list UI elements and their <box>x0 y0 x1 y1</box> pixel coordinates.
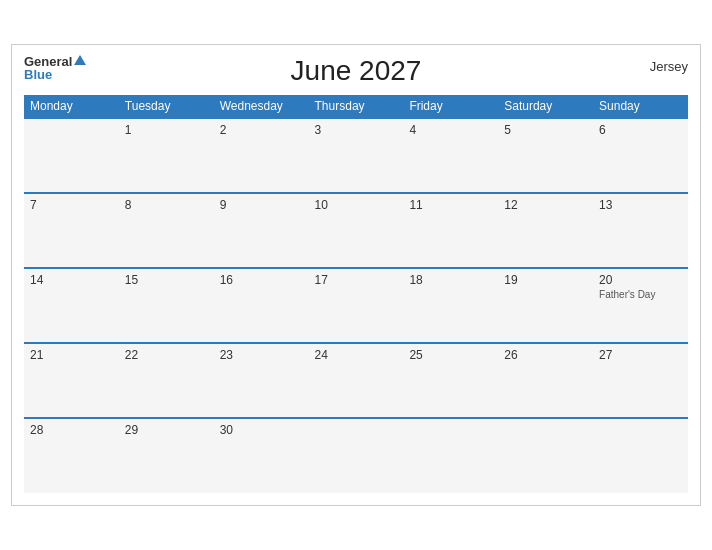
day-number: 12 <box>504 198 587 212</box>
day-number: 6 <box>599 123 682 137</box>
header-cell-monday: Monday <box>24 95 119 118</box>
day-number: 7 <box>30 198 113 212</box>
calendar-cell-w2-d3: 17 <box>309 268 404 343</box>
calendar-cell-w4-d5 <box>498 418 593 493</box>
day-number: 20 <box>599 273 682 287</box>
day-number: 19 <box>504 273 587 287</box>
day-number: 5 <box>504 123 587 137</box>
calendar-cell-w1-d6: 13 <box>593 193 688 268</box>
calendar-week-row-4: 282930 <box>24 418 688 493</box>
calendar-cell-w3-d3: 24 <box>309 343 404 418</box>
calendar-region: Jersey <box>650 59 688 74</box>
day-number: 9 <box>220 198 303 212</box>
header-cell-sunday: Sunday <box>593 95 688 118</box>
calendar-cell-w4-d3 <box>309 418 404 493</box>
day-number: 28 <box>30 423 113 437</box>
day-number: 30 <box>220 423 303 437</box>
header-cell-tuesday: Tuesday <box>119 95 214 118</box>
day-number: 17 <box>315 273 398 287</box>
header-cell-saturday: Saturday <box>498 95 593 118</box>
calendar-week-row-3: 21222324252627 <box>24 343 688 418</box>
day-number: 26 <box>504 348 587 362</box>
header-cell-friday: Friday <box>403 95 498 118</box>
day-number: 27 <box>599 348 682 362</box>
calendar-cell-w0-d5: 5 <box>498 118 593 193</box>
calendar-cell-w3-d0: 21 <box>24 343 119 418</box>
day-event: Father's Day <box>599 289 682 300</box>
calendar-cell-w1-d4: 11 <box>403 193 498 268</box>
day-number: 22 <box>125 348 208 362</box>
calendar-cell-w3-d4: 25 <box>403 343 498 418</box>
day-number: 15 <box>125 273 208 287</box>
calendar-cell-w4-d0: 28 <box>24 418 119 493</box>
calendar-wrapper: General Blue June 2027 Jersey MondayTues… <box>11 44 701 506</box>
day-number: 8 <box>125 198 208 212</box>
day-number: 21 <box>30 348 113 362</box>
calendar-thead: MondayTuesdayWednesdayThursdayFridaySatu… <box>24 95 688 118</box>
logo-blue-text: Blue <box>24 68 86 81</box>
calendar-cell-w3-d6: 27 <box>593 343 688 418</box>
header-cell-thursday: Thursday <box>309 95 404 118</box>
calendar-cell-w4-d6 <box>593 418 688 493</box>
day-number: 11 <box>409 198 492 212</box>
calendar-header: General Blue June 2027 Jersey <box>24 55 688 87</box>
calendar-cell-w0-d0 <box>24 118 119 193</box>
calendar-cell-w2-d4: 18 <box>403 268 498 343</box>
day-number: 3 <box>315 123 398 137</box>
day-number: 16 <box>220 273 303 287</box>
calendar-cell-w1-d0: 7 <box>24 193 119 268</box>
calendar-cell-w3-d2: 23 <box>214 343 309 418</box>
day-number: 24 <box>315 348 398 362</box>
calendar-cell-w4-d2: 30 <box>214 418 309 493</box>
day-number: 2 <box>220 123 303 137</box>
day-number: 29 <box>125 423 208 437</box>
day-number: 23 <box>220 348 303 362</box>
calendar-cell-w3-d1: 22 <box>119 343 214 418</box>
calendar-cell-w3-d5: 26 <box>498 343 593 418</box>
calendar-cell-w2-d6: 20Father's Day <box>593 268 688 343</box>
calendar-table: MondayTuesdayWednesdayThursdayFridaySatu… <box>24 95 688 493</box>
calendar-cell-w0-d6: 6 <box>593 118 688 193</box>
calendar-week-row-0: 123456 <box>24 118 688 193</box>
calendar-title: June 2027 <box>291 55 422 87</box>
day-number: 14 <box>30 273 113 287</box>
calendar-cell-w1-d2: 9 <box>214 193 309 268</box>
header-cell-wednesday: Wednesday <box>214 95 309 118</box>
day-number: 10 <box>315 198 398 212</box>
calendar-cell-w0-d4: 4 <box>403 118 498 193</box>
day-number: 25 <box>409 348 492 362</box>
calendar-cell-w4-d4 <box>403 418 498 493</box>
calendar-cell-w0-d1: 1 <box>119 118 214 193</box>
day-number: 4 <box>409 123 492 137</box>
calendar-week-row-2: 14151617181920Father's Day <box>24 268 688 343</box>
calendar-cell-w1-d3: 10 <box>309 193 404 268</box>
calendar-cell-w4-d1: 29 <box>119 418 214 493</box>
calendar-week-row-1: 78910111213 <box>24 193 688 268</box>
calendar-cell-w2-d5: 19 <box>498 268 593 343</box>
calendar-cell-w0-d3: 3 <box>309 118 404 193</box>
calendar-cell-w1-d5: 12 <box>498 193 593 268</box>
day-number: 13 <box>599 198 682 212</box>
calendar-cell-w2-d1: 15 <box>119 268 214 343</box>
calendar-body: 1234567891011121314151617181920Father's … <box>24 118 688 493</box>
logo: General Blue <box>24 55 86 81</box>
day-number: 1 <box>125 123 208 137</box>
calendar-cell-w2-d0: 14 <box>24 268 119 343</box>
calendar-cell-w2-d2: 16 <box>214 268 309 343</box>
calendar-cell-w1-d1: 8 <box>119 193 214 268</box>
calendar-header-row: MondayTuesdayWednesdayThursdayFridaySatu… <box>24 95 688 118</box>
logo-triangle-icon <box>74 55 86 65</box>
day-number: 18 <box>409 273 492 287</box>
calendar-cell-w0-d2: 2 <box>214 118 309 193</box>
